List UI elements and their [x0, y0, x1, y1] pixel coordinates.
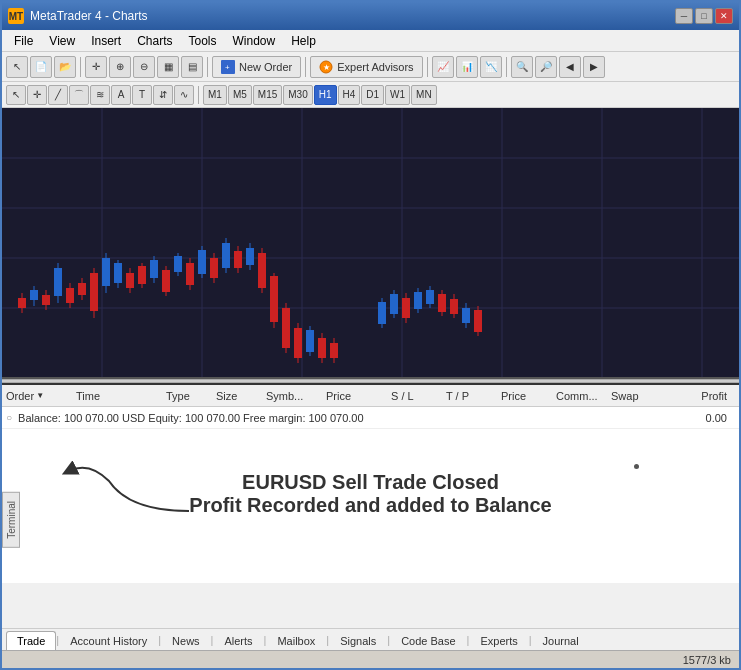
- timeframe-m30[interactable]: M30: [283, 85, 312, 105]
- tab-bar: Trade | Account History | News | Alerts …: [2, 628, 739, 650]
- toolbar-sep2: [207, 57, 208, 77]
- close-button[interactable]: ✕: [715, 8, 733, 24]
- toolbar-chart-type1[interactable]: ▦: [157, 56, 179, 78]
- select-cursor[interactable]: ↖: [6, 85, 26, 105]
- expert-advisors-button[interactable]: ★ Expert Advisors: [310, 56, 422, 78]
- tab-mailbox[interactable]: Mailbox: [266, 631, 326, 650]
- toolbar-zoom1[interactable]: 🔍: [511, 56, 533, 78]
- annotation-line2: Profit Recorded and added to Balance: [189, 494, 551, 517]
- menu-insert[interactable]: Insert: [83, 32, 129, 50]
- menu-window[interactable]: Window: [225, 32, 284, 50]
- profit-value: 0.00: [706, 412, 735, 424]
- tab-trade[interactable]: Trade: [6, 631, 56, 650]
- toolbar-open[interactable]: 📂: [54, 56, 76, 78]
- annotation-line1: EURUSD Sell Trade Closed: [189, 471, 551, 494]
- wave-cursor[interactable]: ≋: [90, 85, 110, 105]
- col-header-type[interactable]: Type: [166, 390, 216, 402]
- terminal-side-label[interactable]: Terminal: [2, 492, 20, 548]
- col-header-price2[interactable]: Price: [501, 390, 556, 402]
- timeframe-h4[interactable]: H4: [338, 85, 361, 105]
- main-toolbar: ↖ 📄 📂 ✛ ⊕ ⊖ ▦ ▤ + New Order ★ Expert Adv…: [2, 52, 739, 82]
- new-order-icon: +: [221, 60, 235, 74]
- period-sep[interactable]: ∿: [174, 85, 194, 105]
- toolbar-scroll1[interactable]: ◀: [559, 56, 581, 78]
- minimize-button[interactable]: ─: [675, 8, 693, 24]
- toolbar-new[interactable]: 📄: [30, 56, 52, 78]
- label-cursor[interactable]: T: [132, 85, 152, 105]
- text-cursor[interactable]: A: [111, 85, 131, 105]
- col-header-profit[interactable]: Profit: [661, 390, 735, 402]
- menu-view[interactable]: View: [41, 32, 83, 50]
- menu-file[interactable]: File: [6, 32, 41, 50]
- svg-rect-67: [318, 338, 326, 358]
- new-order-label: New Order: [239, 61, 292, 73]
- col-header-sl[interactable]: S / L: [391, 390, 446, 402]
- svg-rect-19: [30, 290, 38, 300]
- svg-rect-4: [2, 108, 739, 379]
- menu-tools[interactable]: Tools: [181, 32, 225, 50]
- svg-rect-51: [222, 243, 230, 268]
- timeframe-w1[interactable]: W1: [385, 85, 410, 105]
- line-cursor[interactable]: ╱: [48, 85, 68, 105]
- svg-text:+: +: [225, 63, 230, 72]
- col-header-tp[interactable]: T / P: [446, 390, 501, 402]
- toolbar-chart-type2[interactable]: ▤: [181, 56, 203, 78]
- row-indicator: ○: [6, 412, 12, 423]
- toolbar-crosshair[interactable]: ✛: [85, 56, 107, 78]
- col-header-swap[interactable]: Swap: [611, 390, 661, 402]
- tab-code-base[interactable]: Code Base: [390, 631, 466, 650]
- cursor-tools: ↖ ✛ ╱ ⌒ ≋ A T ⇵ ∿: [6, 85, 194, 105]
- col-header-order[interactable]: Order ▼: [6, 390, 76, 402]
- svg-rect-55: [246, 248, 254, 265]
- app-icon-text: MT: [9, 11, 23, 22]
- toolbar-trade3[interactable]: 📉: [480, 56, 502, 78]
- toolbar-trade1[interactable]: 📈: [432, 56, 454, 78]
- svg-rect-77: [414, 292, 422, 309]
- toolbar-zoom-in[interactable]: ⊕: [109, 56, 131, 78]
- maximize-button[interactable]: □: [695, 8, 713, 24]
- col-header-price[interactable]: Price: [326, 390, 391, 402]
- svg-rect-47: [198, 250, 206, 274]
- toolbar-scroll2[interactable]: ▶: [583, 56, 605, 78]
- col-header-symbol[interactable]: Symb...: [266, 390, 326, 402]
- svg-rect-49: [210, 258, 218, 278]
- crosshair-cursor[interactable]: ✛: [27, 85, 47, 105]
- toolbar-zoom-out[interactable]: ⊖: [133, 56, 155, 78]
- svg-rect-59: [270, 276, 278, 322]
- timeframe-h1[interactable]: H1: [314, 85, 337, 105]
- arrow-cursor[interactable]: ⇵: [153, 85, 173, 105]
- col-header-comm[interactable]: Comm...: [556, 390, 611, 402]
- window-controls: ─ □ ✕: [675, 8, 733, 24]
- tab-journal[interactable]: Journal: [532, 631, 590, 650]
- title-bar-left: MT MetaTrader 4 - Charts: [8, 8, 148, 24]
- tab-alerts[interactable]: Alerts: [213, 631, 263, 650]
- toolbar-trade2[interactable]: 📊: [456, 56, 478, 78]
- timeframe-d1[interactable]: D1: [361, 85, 384, 105]
- new-order-button[interactable]: + New Order: [212, 56, 301, 78]
- tab-news[interactable]: News: [161, 631, 211, 650]
- balance-text: Balance: 100 070.00 USD Equity: 100 070.…: [18, 412, 706, 424]
- tab-account-history[interactable]: Account History: [59, 631, 158, 650]
- svg-rect-25: [66, 288, 74, 303]
- tab-signals[interactable]: Signals: [329, 631, 387, 650]
- timeframe-toolbar: ↖ ✛ ╱ ⌒ ≋ A T ⇵ ∿ M1 M5 M15 M30 H1 H4 D1…: [2, 82, 739, 108]
- timeframe-m5[interactable]: M5: [228, 85, 252, 105]
- angle-cursor[interactable]: ⌒: [69, 85, 89, 105]
- expert-advisors-label: Expert Advisors: [337, 61, 413, 73]
- toolbar-arrow[interactable]: ↖: [6, 56, 28, 78]
- timeframe-m15[interactable]: M15: [253, 85, 282, 105]
- svg-rect-45: [186, 263, 194, 285]
- col-header-size[interactable]: Size: [216, 390, 266, 402]
- chart-area[interactable]: [2, 108, 739, 379]
- annotation-arrow-svg: [49, 461, 209, 521]
- annotation-container: EURUSD Sell Trade Closed Profit Recorded…: [2, 429, 739, 559]
- timeframe-m1[interactable]: M1: [203, 85, 227, 105]
- menu-help[interactable]: Help: [283, 32, 324, 50]
- tab-experts[interactable]: Experts: [469, 631, 528, 650]
- col-header-time[interactable]: Time: [76, 390, 166, 402]
- timeframe-mn[interactable]: MN: [411, 85, 437, 105]
- menu-charts[interactable]: Charts: [129, 32, 180, 50]
- svg-rect-29: [90, 273, 98, 311]
- toolbar-zoom2[interactable]: 🔎: [535, 56, 557, 78]
- candlestick-chart: [2, 108, 739, 379]
